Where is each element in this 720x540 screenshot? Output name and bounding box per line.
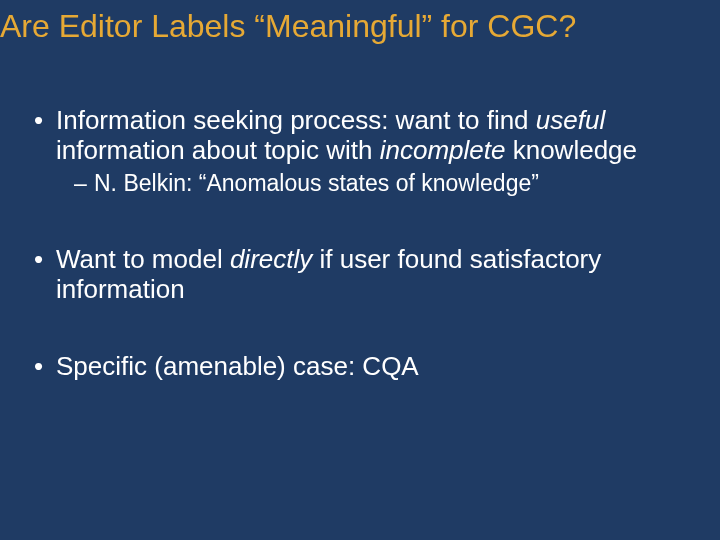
bullet-list: Information seeking process: want to fin…: [18, 105, 702, 198]
spacer-1: [18, 208, 702, 244]
sub-bullet-list-1: N. Belkin: “Anomalous states of knowledg…: [56, 170, 702, 198]
slide-body: Information seeking process: want to fin…: [0, 45, 720, 382]
bullet-1-text-e: knowledge: [505, 135, 637, 165]
bullet-list-2: Want to model directly if user found sat…: [18, 244, 702, 305]
bullet-1-text-a: Information seeking process: want to fin…: [56, 105, 536, 135]
bullet-3: Specific (amenable) case: CQA: [34, 351, 702, 382]
bullet-2-text-a: Want to model: [56, 244, 230, 274]
bullet-2-italic-directly: directly: [230, 244, 312, 274]
spacer-2: [18, 315, 702, 351]
bullet-1-text-c: information about topic with: [56, 135, 380, 165]
slide-title: Are Editor Labels “Meaningful” for CGC?: [0, 0, 720, 45]
bullet-1: Information seeking process: want to fin…: [34, 105, 702, 198]
bullet-2: Want to model directly if user found sat…: [34, 244, 702, 305]
slide: Are Editor Labels “Meaningful” for CGC? …: [0, 0, 720, 540]
sub-bullet-1: N. Belkin: “Anomalous states of knowledg…: [74, 170, 702, 198]
bullet-1-italic-incomplete: incomplete: [380, 135, 506, 165]
bullet-1-italic-useful: useful: [536, 105, 605, 135]
bullet-list-3: Specific (amenable) case: CQA: [18, 351, 702, 382]
